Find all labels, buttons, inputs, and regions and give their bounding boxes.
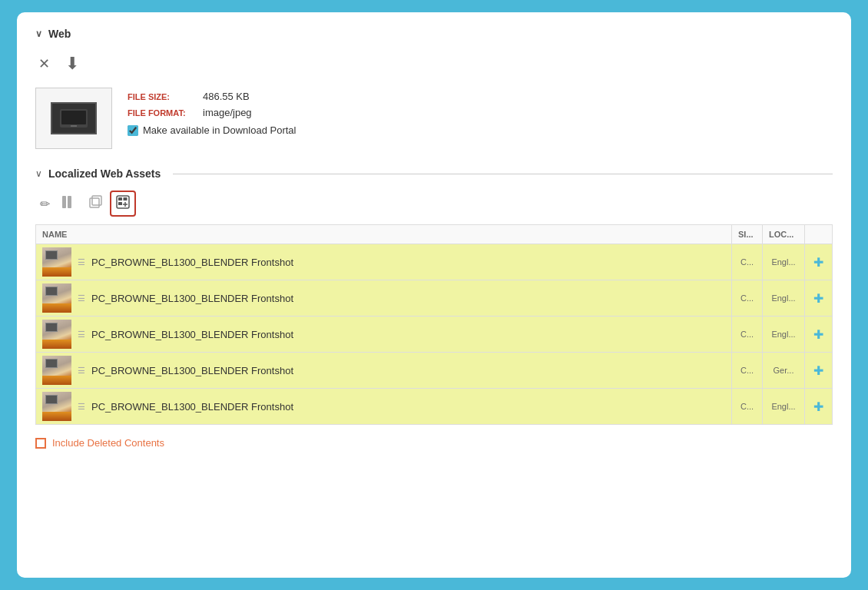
file-size-label: FILE SIZE: bbox=[128, 92, 197, 101]
row-loc-cell: Ger... bbox=[763, 353, 805, 389]
row-si-cell: C... bbox=[732, 317, 763, 353]
copy-svg bbox=[88, 195, 102, 209]
row-thumbnail bbox=[42, 320, 71, 349]
portal-checkbox-row: Make available in Download Portal bbox=[128, 124, 296, 136]
globe-button[interactable]: ✚ bbox=[812, 398, 825, 416]
svg-rect-10 bbox=[118, 202, 122, 205]
col-loc-header: LOC... bbox=[763, 225, 805, 244]
localized-divider bbox=[173, 174, 833, 174]
svg-rect-1 bbox=[61, 111, 86, 124]
bars-icon bbox=[62, 196, 76, 211]
row-name-cell: ☰PC_BROWNE_BL1300_BLENDER Frontshot bbox=[36, 389, 732, 425]
file-meta: FILE SIZE: 486.55 KB FILE FORMAT: image/… bbox=[128, 88, 296, 136]
web-section-header: ∨ Web bbox=[35, 28, 833, 40]
close-icon: ✕ bbox=[38, 55, 50, 72]
file-format-value: image/jpeg bbox=[203, 107, 252, 118]
edit-button[interactable]: ✏ bbox=[35, 194, 55, 214]
row-action-cell: ✚ bbox=[805, 389, 833, 425]
row-type-icon: ☰ bbox=[78, 402, 85, 412]
file-info-row: FILE SIZE: 486.55 KB FILE FORMAT: image/… bbox=[35, 88, 833, 149]
download-icon: ⬇ bbox=[65, 54, 79, 74]
col-si-header: SI... bbox=[732, 225, 763, 244]
svg-rect-2 bbox=[71, 125, 77, 127]
svg-rect-6 bbox=[92, 196, 101, 205]
web-section-title: Web bbox=[48, 28, 71, 40]
localized-chevron-icon[interactable]: ∨ bbox=[35, 168, 42, 179]
row-file-name: PC_BROWNE_BL1300_BLENDER Frontshot bbox=[91, 365, 725, 376]
row-type-icon: ☰ bbox=[78, 293, 85, 303]
thumbnail-image bbox=[51, 102, 97, 134]
row-si-cell: C... bbox=[732, 389, 763, 425]
row-action-cell: ✚ bbox=[805, 244, 833, 280]
portal-checkbox[interactable] bbox=[128, 125, 138, 136]
table-row[interactable]: ☰PC_BROWNE_BL1300_BLENDER FrontshotC...E… bbox=[36, 317, 833, 353]
table-header-row: NAME SI... LOC... bbox=[36, 225, 833, 244]
download-button[interactable]: ⬇ bbox=[62, 52, 82, 75]
row-loc-cell: Engl... bbox=[763, 317, 805, 353]
globe-button[interactable]: ✚ bbox=[812, 290, 825, 307]
svg-rect-3 bbox=[62, 196, 66, 208]
table-row[interactable]: ☰PC_BROWNE_BL1300_BLENDER FrontshotC...E… bbox=[36, 389, 833, 425]
globe-button[interactable]: ✚ bbox=[812, 326, 825, 343]
add-svg bbox=[116, 195, 130, 209]
file-format-label: FILE FORMAT: bbox=[128, 108, 197, 118]
portal-label: Make available in Download Portal bbox=[143, 124, 296, 136]
assets-table: NAME SI... LOC... ☰PC_BROWNE_BL1300_BLEN… bbox=[35, 224, 833, 425]
add-localized-button[interactable] bbox=[110, 191, 136, 217]
file-format-row: FILE FORMAT: image/jpeg bbox=[128, 107, 296, 118]
row-action-cell: ✚ bbox=[805, 280, 833, 317]
row-si-cell: C... bbox=[732, 244, 763, 280]
row-action-cell: ✚ bbox=[805, 353, 833, 389]
file-size-row: FILE SIZE: 486.55 KB bbox=[128, 91, 296, 102]
copy-button[interactable] bbox=[84, 192, 107, 215]
globe-button[interactable]: ✚ bbox=[812, 362, 825, 380]
col-action-header bbox=[805, 225, 833, 244]
row-loc-cell: Engl... bbox=[763, 280, 805, 317]
table-row[interactable]: ☰PC_BROWNE_BL1300_BLENDER FrontshotC...E… bbox=[36, 280, 833, 317]
row-file-name: PC_BROWNE_BL1300_BLENDER Frontshot bbox=[91, 293, 725, 304]
row-thumbnail bbox=[42, 283, 71, 313]
table-row[interactable]: ☰PC_BROWNE_BL1300_BLENDER FrontshotC...G… bbox=[36, 353, 833, 389]
file-size-value: 486.55 KB bbox=[203, 91, 250, 102]
row-name-cell: ☰PC_BROWNE_BL1300_BLENDER Frontshot bbox=[36, 353, 732, 389]
localized-section-title: Localized Web Assets bbox=[48, 167, 161, 180]
row-file-name: PC_BROWNE_BL1300_BLENDER Frontshot bbox=[91, 401, 725, 413]
web-chevron-icon[interactable]: ∨ bbox=[35, 28, 42, 39]
copy-icon bbox=[88, 195, 102, 212]
close-button[interactable]: ✕ bbox=[35, 54, 53, 74]
row-file-name: PC_BROWNE_BL1300_BLENDER Frontshot bbox=[91, 257, 725, 268]
row-thumbnail bbox=[42, 247, 71, 277]
file-thumbnail bbox=[35, 88, 112, 149]
table-row[interactable]: ☰PC_BROWNE_BL1300_BLENDER FrontshotC...E… bbox=[36, 244, 833, 280]
main-card: ∨ Web ✕ ⬇ FILE SIZE: 486.55 KB bbox=[15, 11, 853, 579]
row-si-cell: C... bbox=[732, 280, 763, 317]
row-thumbnail bbox=[42, 392, 71, 421]
row-action-cell: ✚ bbox=[805, 317, 833, 353]
row-thumbnail bbox=[42, 356, 71, 385]
globe-button[interactable]: ✚ bbox=[812, 254, 825, 271]
row-si-cell: C... bbox=[732, 353, 763, 389]
bars-svg bbox=[62, 196, 76, 208]
col-name-header: NAME bbox=[36, 225, 732, 244]
row-type-icon: ☰ bbox=[78, 366, 85, 376]
row-file-name: PC_BROWNE_BL1300_BLENDER Frontshot bbox=[91, 329, 725, 340]
add-localized-icon bbox=[116, 195, 130, 212]
svg-rect-4 bbox=[68, 196, 71, 208]
row-name-cell: ☰PC_BROWNE_BL1300_BLENDER Frontshot bbox=[36, 317, 732, 353]
row-loc-cell: Engl... bbox=[763, 389, 805, 425]
web-toolbar: ✕ ⬇ bbox=[35, 52, 833, 75]
row-type-icon: ☰ bbox=[78, 330, 85, 340]
bars-button[interactable] bbox=[58, 193, 81, 214]
footer-section: Include Deleted Contents bbox=[35, 437, 833, 449]
svg-rect-9 bbox=[124, 197, 128, 201]
include-deleted-checkbox[interactable] bbox=[35, 438, 46, 449]
row-name-cell: ☰PC_BROWNE_BL1300_BLENDER Frontshot bbox=[36, 280, 732, 317]
svg-rect-5 bbox=[90, 198, 99, 207]
localized-toolbar: ✏ bbox=[35, 191, 833, 217]
localized-section-header: ∨ Localized Web Assets bbox=[35, 167, 833, 180]
screen-icon bbox=[60, 109, 88, 128]
row-loc-cell: Engl... bbox=[763, 244, 805, 280]
row-name-cell: ☰PC_BROWNE_BL1300_BLENDER Frontshot bbox=[36, 244, 732, 280]
edit-icon: ✏ bbox=[40, 197, 50, 211]
row-type-icon: ☰ bbox=[78, 257, 85, 267]
